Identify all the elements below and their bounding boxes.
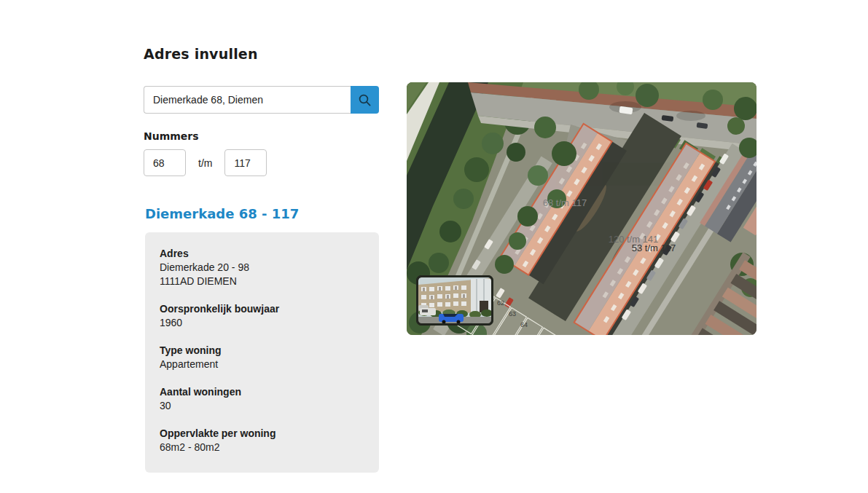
- info-field-bouwjaar: Oorspronkelijk bouwjaar 1960: [160, 302, 364, 330]
- search-icon: [358, 93, 372, 107]
- building-info-card: Adres Diemerkade 20 - 98 1111AD DIEMEN O…: [145, 232, 379, 473]
- field-label: Type woning: [160, 344, 364, 358]
- field-value: Diemerkade 20 - 98: [160, 261, 364, 275]
- field-label: Oorspronkelijk bouwjaar: [160, 302, 364, 316]
- parcel-number: 63: [509, 310, 516, 318]
- building-label-68-117: 68 t/m 117: [543, 197, 587, 208]
- tm-separator: t/m: [198, 157, 212, 169]
- address-search-input[interactable]: [144, 86, 351, 114]
- parcel-number: 64: [520, 321, 528, 328]
- field-value: 30: [160, 399, 364, 413]
- search-button[interactable]: [351, 86, 379, 114]
- nummers-label: Nummers: [144, 130, 199, 142]
- number-from-input[interactable]: [144, 149, 186, 176]
- result-heading: Diemerkade 68 - 117: [145, 206, 299, 221]
- field-label: Adres: [160, 247, 364, 261]
- building-label-53-117: 53 t/m 117: [632, 242, 676, 253]
- number-to-input[interactable]: [224, 149, 267, 176]
- field-value: 1960: [160, 316, 364, 330]
- page-title: Adres invullen: [144, 46, 258, 62]
- field-label: Oppervlakte per woning: [160, 427, 364, 441]
- number-range-row: t/m: [144, 149, 267, 176]
- parcel-number: 62: [497, 299, 504, 307]
- info-field-oppervlakte: Oppervlakte per woning 68m2 - 80m2: [160, 427, 364, 454]
- info-field-adres: Adres Diemerkade 20 - 98 1111AD DIEMEN: [160, 247, 364, 288]
- field-label: Aantal woningen: [160, 385, 364, 399]
- aerial-map[interactable]: 62 63 64 68 t/m 117 120 t/m 141 53 t/m 1…: [407, 82, 756, 335]
- address-search-row: [144, 86, 379, 114]
- field-value: 68m2 - 80m2: [160, 441, 364, 454]
- street-view-thumbnail[interactable]: [416, 275, 493, 326]
- field-value: 1111AD DIEMEN: [160, 275, 364, 288]
- info-field-type: Type woning Appartement: [160, 344, 364, 371]
- app-window: Adres invullen Nummers t/m Diemerkade 68…: [0, 0, 868, 493]
- info-field-aantal: Aantal woningen 30: [160, 385, 364, 413]
- field-value: Appartement: [160, 358, 364, 371]
